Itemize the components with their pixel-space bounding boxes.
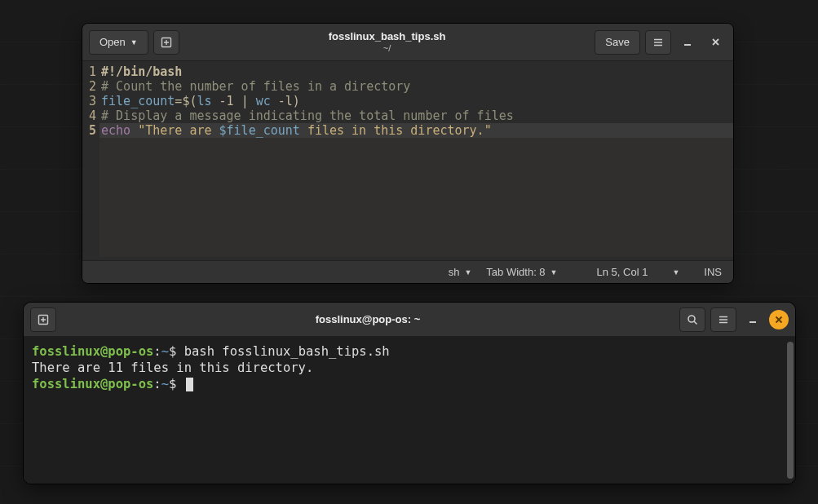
editor-filename: fosslinux_bash_tips.sh — [184, 30, 590, 43]
editor-title: fosslinux_bash_tips.sh ~/ — [184, 30, 590, 54]
code-area[interactable]: #!/bin/bash # Count the number of files … — [99, 61, 733, 260]
code-empty-area[interactable] — [99, 138, 733, 257]
prompt-colon: : — [153, 344, 161, 359]
terminal-window: fosslinux@pop-os: ~ fosslinux@pop-os:~$ … — [23, 302, 796, 484]
chevron-down-icon: ▼ — [464, 268, 471, 276]
line-number: 5 — [89, 123, 96, 138]
hamburger-icon — [652, 37, 664, 48]
terminal-body[interactable]: fosslinux@pop-os:~$ bash fosslinux_bash_… — [24, 337, 795, 484]
close-icon — [775, 316, 783, 324]
line-number: 2 — [89, 79, 96, 94]
text-editor-window: Open ▼ fosslinux_bash_tips.sh ~/ Save — [82, 23, 734, 284]
cursor — [186, 378, 193, 391]
close-button[interactable] — [769, 310, 789, 329]
status-insert-mode[interactable]: INS — [704, 266, 722, 278]
prompt-user: fosslinux@pop-os — [32, 377, 153, 391]
close-icon — [711, 38, 720, 46]
search-icon — [687, 314, 698, 325]
code-line: #!/bin/bash — [99, 64, 733, 79]
prompt-dollar: $ — [169, 344, 184, 359]
status-tabwidth-label: Tab Width: 8 — [486, 266, 545, 278]
scrollbar[interactable] — [787, 342, 794, 479]
open-button-label: Open — [99, 36, 126, 48]
chevron-down-icon: ▼ — [550, 268, 558, 276]
save-button[interactable]: Save — [595, 30, 640, 55]
new-tab-button[interactable] — [30, 307, 56, 332]
prompt-colon: : — [153, 377, 161, 391]
prompt-path: ~ — [161, 344, 169, 359]
minimize-button[interactable] — [676, 31, 699, 54]
minimize-icon — [748, 315, 758, 325]
open-button[interactable]: Open ▼ — [89, 30, 148, 55]
terminal-headerbar: fosslinux@pop-os: ~ — [24, 303, 795, 337]
minimize-button[interactable] — [741, 308, 764, 331]
line-number-gutter: 1 2 3 4 5 — [82, 61, 99, 260]
terminal-line: fosslinux@pop-os:~$ — [32, 376, 787, 392]
hamburger-menu-button[interactable] — [710, 307, 736, 332]
status-cursor-position[interactable]: Ln 5, Col 1 ▼ — [597, 266, 680, 278]
code-line: # Display a message indicating the total… — [99, 108, 733, 123]
hamburger-icon — [718, 314, 729, 325]
editor-headerbar: Open ▼ fosslinux_bash_tips.sh ~/ Save — [82, 24, 733, 61]
svg-point-2 — [688, 316, 695, 322]
line-number: 4 — [89, 108, 96, 123]
minimize-icon — [683, 38, 692, 47]
code-line: # Count the number of files in a directo… — [99, 79, 733, 94]
status-cursor-label: Ln 5, Col 1 — [597, 266, 648, 278]
search-button[interactable] — [679, 307, 705, 332]
new-tab-icon — [38, 314, 49, 325]
editor-filepath: ~/ — [184, 43, 590, 54]
prompt-path: ~ — [161, 377, 169, 391]
line-number: 3 — [89, 94, 96, 108]
terminal-command: bash fosslinux_bash_tips.sh — [184, 344, 390, 359]
prompt-user: fosslinux@pop-os — [32, 344, 153, 359]
status-tabwidth[interactable]: Tab Width: 8 ▼ — [486, 266, 557, 278]
terminal-title: fosslinux@pop-os: ~ — [61, 313, 674, 325]
code-line: file_count=$(ls -1 | wc -l) — [99, 94, 733, 108]
prompt-dollar: $ — [169, 377, 184, 391]
editor-statusbar: sh ▼ Tab Width: 8 ▼ Ln 5, Col 1 ▼ INS — [82, 260, 733, 283]
editor-body: 1 2 3 4 5 #!/bin/bash # Count the number… — [82, 61, 733, 260]
status-language[interactable]: sh ▼ — [449, 266, 472, 278]
hamburger-menu-button[interactable] — [645, 30, 671, 55]
chevron-down-icon: ▼ — [672, 268, 679, 276]
new-tab-button[interactable] — [153, 30, 179, 55]
status-language-label: sh — [449, 266, 460, 278]
save-button-label: Save — [605, 36, 630, 48]
code-line-current: echo "There are $file_count files in thi… — [99, 123, 733, 138]
chevron-down-icon: ▼ — [130, 38, 138, 46]
close-button[interactable] — [704, 31, 727, 54]
terminal-line: fosslinux@pop-os:~$ bash fosslinux_bash_… — [32, 343, 787, 360]
terminal-output: There are 11 files in this directory. — [32, 360, 787, 376]
line-number: 1 — [89, 64, 96, 79]
new-document-icon — [161, 37, 172, 48]
